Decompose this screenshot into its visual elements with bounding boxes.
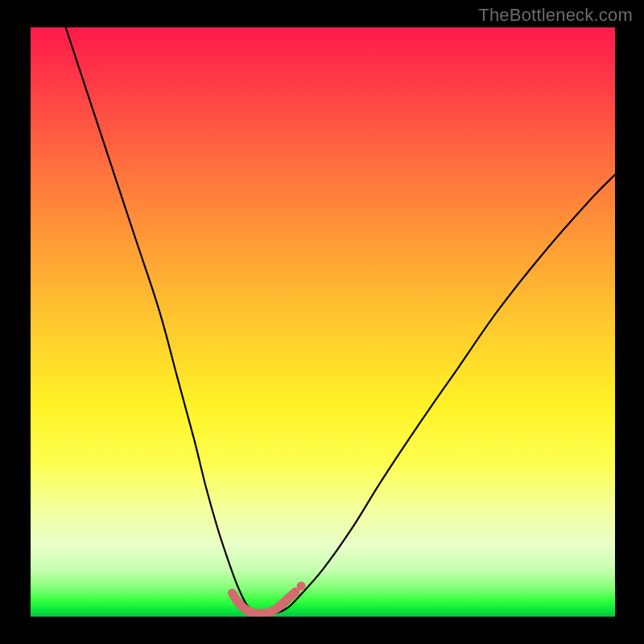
watermark-text: TheBottleneck.com [478, 5, 633, 26]
chart-frame: TheBottleneck.com [0, 0, 644, 644]
chart-svg [31, 27, 615, 617]
bottleneck-curve [66, 27, 615, 614]
minimum-marker-dot [297, 581, 306, 590]
chart-plot-area [31, 27, 615, 617]
